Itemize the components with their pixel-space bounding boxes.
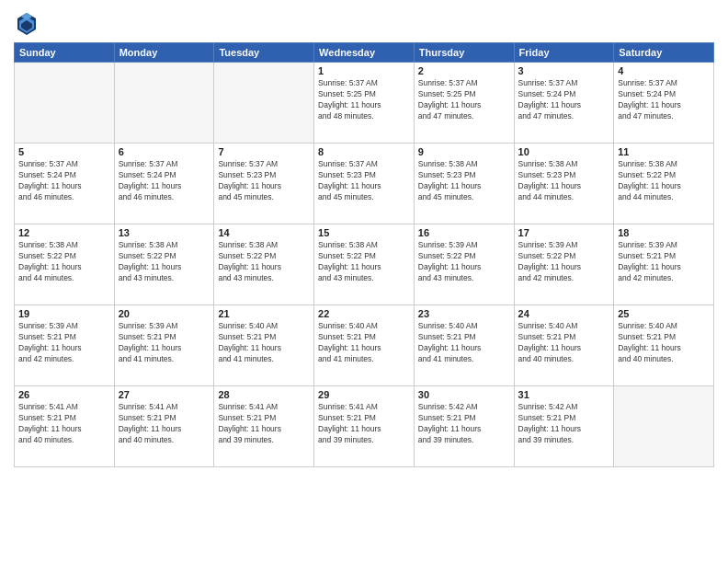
day-info: Sunrise: 5:40 AM Sunset: 5:21 PM Dayligh…: [218, 321, 310, 365]
calendar-day-cell: 26Sunrise: 5:41 AM Sunset: 5:21 PM Dayli…: [15, 386, 115, 467]
calendar-day-cell: 16Sunrise: 5:39 AM Sunset: 5:22 PM Dayli…: [414, 224, 514, 305]
day-number: 11: [618, 146, 710, 157]
day-number: 8: [318, 146, 410, 157]
calendar-day-cell: 12Sunrise: 5:38 AM Sunset: 5:22 PM Dayli…: [15, 224, 115, 305]
day-info: Sunrise: 5:42 AM Sunset: 5:21 PM Dayligh…: [518, 402, 610, 446]
day-info: Sunrise: 5:40 AM Sunset: 5:21 PM Dayligh…: [618, 321, 710, 365]
calendar-day-cell: [15, 63, 115, 144]
weekday-header: Wednesday: [314, 43, 415, 63]
calendar-day-cell: 28Sunrise: 5:41 AM Sunset: 5:21 PM Dayli…: [214, 386, 314, 467]
day-info: Sunrise: 5:37 AM Sunset: 5:24 PM Dayligh…: [18, 159, 110, 203]
day-number: 4: [618, 65, 710, 76]
calendar-day-cell: 6Sunrise: 5:37 AM Sunset: 5:24 PM Daylig…: [114, 144, 214, 224]
logo-icon: [14, 9, 40, 35]
day-number: 16: [418, 227, 510, 238]
weekday-header: Tuesday: [214, 43, 314, 63]
calendar-week-row: 19Sunrise: 5:39 AM Sunset: 5:21 PM Dayli…: [15, 305, 714, 386]
day-number: 22: [318, 308, 410, 319]
day-number: 31: [518, 389, 610, 400]
day-info: Sunrise: 5:37 AM Sunset: 5:23 PM Dayligh…: [318, 159, 410, 203]
calendar-day-cell: 17Sunrise: 5:39 AM Sunset: 5:22 PM Dayli…: [514, 224, 614, 305]
day-number: 24: [518, 308, 610, 319]
day-number: 27: [119, 389, 210, 400]
day-number: 7: [218, 146, 310, 157]
day-info: Sunrise: 5:37 AM Sunset: 5:23 PM Dayligh…: [218, 159, 310, 203]
day-number: 30: [418, 389, 510, 400]
day-number: 15: [318, 227, 410, 238]
calendar-day-cell: 30Sunrise: 5:42 AM Sunset: 5:21 PM Dayli…: [414, 386, 514, 467]
calendar-day-cell: 9Sunrise: 5:38 AM Sunset: 5:23 PM Daylig…: [414, 144, 514, 224]
calendar-week-row: 5Sunrise: 5:37 AM Sunset: 5:24 PM Daylig…: [15, 144, 714, 224]
day-info: Sunrise: 5:39 AM Sunset: 5:21 PM Dayligh…: [618, 240, 710, 284]
weekday-header: Thursday: [414, 43, 514, 63]
day-info: Sunrise: 5:38 AM Sunset: 5:22 PM Dayligh…: [618, 159, 710, 203]
calendar-day-cell: 27Sunrise: 5:41 AM Sunset: 5:21 PM Dayli…: [114, 386, 214, 467]
day-info: Sunrise: 5:39 AM Sunset: 5:21 PM Dayligh…: [18, 321, 110, 365]
day-number: 12: [18, 227, 110, 238]
day-number: 28: [218, 389, 310, 400]
calendar-day-cell: 5Sunrise: 5:37 AM Sunset: 5:24 PM Daylig…: [15, 144, 115, 224]
calendar-week-row: 1Sunrise: 5:37 AM Sunset: 5:25 PM Daylig…: [15, 63, 714, 144]
day-info: Sunrise: 5:37 AM Sunset: 5:25 PM Dayligh…: [418, 78, 510, 122]
day-number: 6: [119, 146, 210, 157]
day-info: Sunrise: 5:40 AM Sunset: 5:21 PM Dayligh…: [418, 321, 510, 365]
calendar-day-cell: [614, 386, 714, 467]
day-info: Sunrise: 5:39 AM Sunset: 5:22 PM Dayligh…: [418, 240, 510, 284]
calendar-week-row: 26Sunrise: 5:41 AM Sunset: 5:21 PM Dayli…: [15, 386, 714, 467]
day-info: Sunrise: 5:37 AM Sunset: 5:24 PM Dayligh…: [618, 78, 710, 122]
day-number: 3: [518, 65, 610, 76]
calendar-day-cell: 3Sunrise: 5:37 AM Sunset: 5:24 PM Daylig…: [514, 63, 614, 144]
day-number: 20: [119, 308, 210, 319]
day-info: Sunrise: 5:38 AM Sunset: 5:22 PM Dayligh…: [318, 240, 410, 284]
day-number: 1: [318, 65, 410, 76]
day-info: Sunrise: 5:40 AM Sunset: 5:21 PM Dayligh…: [318, 321, 410, 365]
calendar-day-cell: 4Sunrise: 5:37 AM Sunset: 5:24 PM Daylig…: [614, 63, 714, 144]
calendar-day-cell: 2Sunrise: 5:37 AM Sunset: 5:25 PM Daylig…: [414, 63, 514, 144]
day-info: Sunrise: 5:42 AM Sunset: 5:21 PM Dayligh…: [418, 402, 510, 446]
calendar-day-cell: 18Sunrise: 5:39 AM Sunset: 5:21 PM Dayli…: [614, 224, 714, 305]
day-number: 26: [18, 389, 110, 400]
day-number: 29: [318, 389, 410, 400]
day-info: Sunrise: 5:38 AM Sunset: 5:22 PM Dayligh…: [119, 240, 210, 284]
calendar-day-cell: 20Sunrise: 5:39 AM Sunset: 5:21 PM Dayli…: [114, 305, 214, 386]
calendar-day-cell: 7Sunrise: 5:37 AM Sunset: 5:23 PM Daylig…: [214, 144, 314, 224]
calendar-day-cell: 1Sunrise: 5:37 AM Sunset: 5:25 PM Daylig…: [314, 63, 415, 144]
day-info: Sunrise: 5:38 AM Sunset: 5:22 PM Dayligh…: [218, 240, 310, 284]
calendar-day-cell: [114, 63, 214, 144]
day-info: Sunrise: 5:37 AM Sunset: 5:25 PM Dayligh…: [318, 78, 410, 122]
calendar-week-row: 12Sunrise: 5:38 AM Sunset: 5:22 PM Dayli…: [15, 224, 714, 305]
day-info: Sunrise: 5:39 AM Sunset: 5:21 PM Dayligh…: [119, 321, 210, 365]
day-info: Sunrise: 5:37 AM Sunset: 5:24 PM Dayligh…: [518, 78, 610, 122]
day-number: 23: [418, 308, 510, 319]
day-info: Sunrise: 5:41 AM Sunset: 5:21 PM Dayligh…: [119, 402, 210, 446]
day-number: 25: [618, 308, 710, 319]
day-number: 10: [518, 146, 610, 157]
day-number: 17: [518, 227, 610, 238]
calendar-day-cell: 23Sunrise: 5:40 AM Sunset: 5:21 PM Dayli…: [414, 305, 514, 386]
day-number: 5: [18, 146, 110, 157]
day-info: Sunrise: 5:39 AM Sunset: 5:22 PM Dayligh…: [518, 240, 610, 284]
calendar-day-cell: 10Sunrise: 5:38 AM Sunset: 5:23 PM Dayli…: [514, 144, 614, 224]
calendar-day-cell: 31Sunrise: 5:42 AM Sunset: 5:21 PM Dayli…: [514, 386, 614, 467]
logo: [14, 9, 43, 35]
day-info: Sunrise: 5:37 AM Sunset: 5:24 PM Dayligh…: [119, 159, 210, 203]
calendar-day-cell: 13Sunrise: 5:38 AM Sunset: 5:22 PM Dayli…: [114, 224, 214, 305]
day-info: Sunrise: 5:38 AM Sunset: 5:23 PM Dayligh…: [518, 159, 610, 203]
calendar-day-cell: 8Sunrise: 5:37 AM Sunset: 5:23 PM Daylig…: [314, 144, 415, 224]
calendar-table: SundayMondayTuesdayWednesdayThursdayFrid…: [14, 42, 714, 467]
day-number: 19: [18, 308, 110, 319]
day-info: Sunrise: 5:41 AM Sunset: 5:21 PM Dayligh…: [218, 402, 310, 446]
calendar-day-cell: [214, 63, 314, 144]
day-number: 9: [418, 146, 510, 157]
calendar-day-cell: 22Sunrise: 5:40 AM Sunset: 5:21 PM Dayli…: [314, 305, 415, 386]
day-info: Sunrise: 5:40 AM Sunset: 5:21 PM Dayligh…: [518, 321, 610, 365]
calendar-day-cell: 19Sunrise: 5:39 AM Sunset: 5:21 PM Dayli…: [15, 305, 115, 386]
weekday-header: Saturday: [614, 43, 714, 63]
calendar-day-cell: 24Sunrise: 5:40 AM Sunset: 5:21 PM Dayli…: [514, 305, 614, 386]
page: SundayMondayTuesdayWednesdayThursdayFrid…: [0, 0, 728, 563]
header: [14, 9, 714, 35]
calendar-day-cell: 25Sunrise: 5:40 AM Sunset: 5:21 PM Dayli…: [614, 305, 714, 386]
calendar-header-row: SundayMondayTuesdayWednesdayThursdayFrid…: [15, 43, 714, 63]
day-info: Sunrise: 5:41 AM Sunset: 5:21 PM Dayligh…: [18, 402, 110, 446]
calendar-day-cell: 15Sunrise: 5:38 AM Sunset: 5:22 PM Dayli…: [314, 224, 415, 305]
